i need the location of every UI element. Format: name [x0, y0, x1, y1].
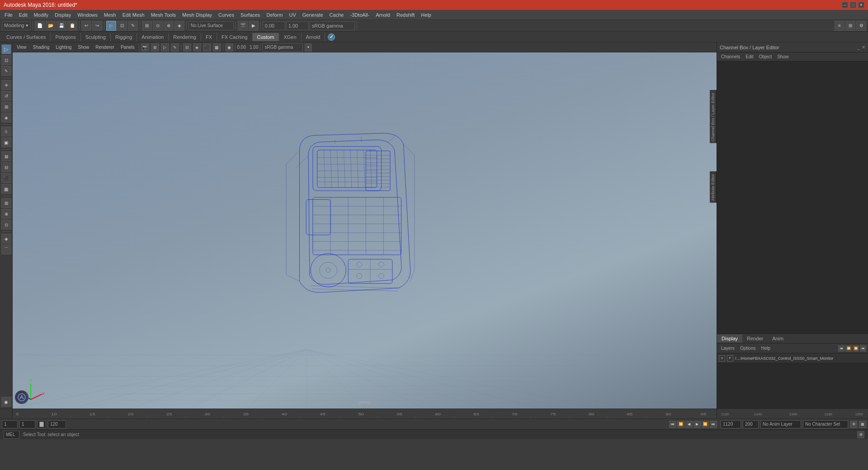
close-button[interactable]: ✕: [858, 2, 864, 8]
menu-generate[interactable]: Generate: [300, 11, 326, 19]
vp-paint-btn[interactable]: ✎: [171, 43, 179, 52]
select-mode-btn[interactable]: ▷: [106, 21, 116, 31]
character-set-dropdown[interactable]: No Character Set: [803, 420, 848, 428]
tab-rigging[interactable]: Rigging: [111, 33, 137, 41]
shaded-btn[interactable]: ⬛: [1, 173, 11, 183]
menu-surfaces[interactable]: Surfaces: [238, 11, 263, 19]
go-to-end-btn[interactable]: ⏭: [710, 421, 717, 428]
show-manip-btn[interactable]: ▣: [1, 137, 11, 147]
layers-icon1[interactable]: ⏮: [838, 345, 844, 352]
layers-icon4[interactable]: ⏭: [860, 345, 866, 352]
frame-start-field[interactable]: 1: [2, 420, 18, 428]
render-tab[interactable]: Render: [742, 334, 768, 343]
panel-close-btn[interactable]: ✕: [862, 45, 865, 50]
lasso-mode-btn[interactable]: ⊡: [117, 21, 127, 31]
snap-curve-btn[interactable]: ⊙: [153, 21, 163, 31]
vp-shaded2-btn[interactable]: ⬛: [203, 43, 211, 52]
image-plane-btn[interactable]: ◈: [1, 234, 11, 244]
time-end-field[interactable]: 200: [743, 420, 759, 428]
mel-mode-label[interactable]: MEL: [4, 431, 19, 439]
open-file-btn[interactable]: 📂: [46, 21, 56, 31]
camera-orbit-btn[interactable]: ⊙: [1, 220, 11, 230]
snap-grid-btn[interactable]: ⊞: [142, 21, 152, 31]
display-tab[interactable]: Display: [717, 334, 742, 343]
curve-tool-btn[interactable]: ⌒: [1, 244, 11, 254]
minimize-button[interactable]: ─: [842, 2, 848, 8]
anim-prefs-btn[interactable]: ▦: [859, 421, 866, 428]
lasso-tool-btn[interactable]: ⊡: [1, 55, 11, 65]
paint-select-tool-btn[interactable]: ✎: [1, 66, 11, 76]
timeline-ruler[interactable]: 5 10 15 20 25 30 35 40 45 50 55 60 65 70…: [0, 409, 868, 418]
menu-cache[interactable]: Cache: [327, 11, 347, 19]
vp-wireframe-btn[interactable]: ⊟: [183, 43, 191, 52]
channel-box-sidebar-tab[interactable]: Channel Box / Layer Editor: [710, 90, 717, 143]
save-file-btn[interactable]: 💾: [57, 21, 66, 31]
prev-frame-btn[interactable]: ⏪: [677, 421, 684, 428]
redo-btn[interactable]: ↪: [92, 21, 102, 31]
vp-view-menu[interactable]: View: [14, 44, 29, 51]
play-fwd-btn[interactable]: ▶: [693, 421, 701, 428]
menu-deform[interactable]: Deform: [264, 11, 285, 19]
layers-menu-item[interactable]: Layers: [719, 345, 737, 352]
universal-manip-btn[interactable]: ◈: [1, 113, 11, 122]
anim-layer-dropdown[interactable]: No Anim Layer: [760, 420, 801, 428]
layer-reference-checkbox[interactable]: P: [727, 355, 733, 362]
new-file-btn[interactable]: 📄: [35, 21, 45, 31]
save-as-btn[interactable]: 📋: [67, 21, 77, 31]
menu-modify[interactable]: Modify: [31, 11, 51, 19]
value2-field[interactable]: 1.00: [286, 21, 309, 30]
help-menu-item[interactable]: Help: [759, 345, 773, 352]
edit-tab[interactable]: Edit: [743, 53, 755, 60]
vp-camera-btn[interactable]: 📷: [141, 43, 149, 52]
menu-curves[interactable]: Curves: [216, 11, 237, 19]
show-tab[interactable]: Show: [775, 53, 791, 60]
vp-shading-menu[interactable]: Shading: [31, 44, 52, 51]
tab-custom[interactable]: Custom: [253, 33, 279, 41]
snap-to-grid-btn[interactable]: ⊞: [1, 198, 11, 208]
value1-field[interactable]: 0.00: [263, 21, 285, 30]
select-tool-btn[interactable]: ▷: [1, 44, 11, 54]
vp-fit-btn[interactable]: ⊞: [151, 43, 159, 52]
vp-select-btn[interactable]: ▷: [161, 43, 169, 52]
channels-tab[interactable]: Channels: [719, 53, 742, 60]
vp-show-menu[interactable]: Show: [75, 44, 91, 51]
play-back-btn[interactable]: ◀: [685, 421, 693, 428]
menu-windows[interactable]: Windows: [75, 11, 100, 19]
channel-box-toggle[interactable]: ≡: [835, 21, 844, 31]
lt-bottom-icon[interactable]: ◉: [1, 397, 11, 407]
mode-dropdown[interactable]: Modeling ▾: [2, 21, 31, 30]
object-tab[interactable]: Object: [757, 53, 774, 60]
options-menu-item[interactable]: Options: [738, 345, 758, 352]
menu-edit-mesh[interactable]: Edit Mesh: [120, 11, 147, 19]
vp-gamma-label[interactable]: sRGB gamma: [262, 43, 303, 52]
grid-view-btn[interactable]: ⊠: [1, 151, 11, 161]
maximize-button[interactable]: □: [850, 2, 856, 8]
menu-3dtoall[interactable]: -3DtoAll-: [347, 11, 372, 19]
current-frame-field[interactable]: 1: [19, 420, 35, 428]
textured-btn[interactable]: ▦: [1, 184, 11, 194]
auto-key-btn[interactable]: ⚙: [850, 421, 857, 428]
layer-item[interactable]: V P /...:iHomeFBXASC032_Control_iSSS0_Sm…: [717, 353, 868, 363]
render-region-btn[interactable]: ⊕: [1, 209, 11, 219]
tab-fx-caching[interactable]: FX Caching: [217, 33, 252, 41]
3d-viewport[interactable]: persp Y X Z: [13, 52, 717, 409]
menu-uv[interactable]: UV: [286, 11, 298, 19]
wireframe-btn[interactable]: ⊟: [1, 162, 11, 172]
tab-sculpting[interactable]: Sculpting: [81, 33, 111, 41]
window-controls[interactable]: ─ □ ✕: [842, 2, 864, 8]
ipr-btn[interactable]: ▶: [249, 21, 259, 31]
menu-file[interactable]: File: [2, 11, 15, 19]
vp-panels-menu[interactable]: Panels: [118, 44, 137, 51]
render-btn[interactable]: 🎬: [238, 21, 248, 31]
vp-smooth-btn[interactable]: ◈: [193, 43, 201, 52]
snap-point-btn[interactable]: ⊕: [164, 21, 174, 31]
tab-curves-surfaces[interactable]: Curves / Surfaces: [2, 33, 51, 41]
tab-animation[interactable]: Animation: [137, 33, 169, 41]
menu-display[interactable]: Display: [52, 11, 74, 19]
tab-arnold[interactable]: Arnold: [302, 33, 326, 41]
frame-end-value[interactable]: 120: [48, 420, 66, 428]
snap-surface-btn[interactable]: ◈: [175, 21, 184, 31]
gamma-label[interactable]: sRGB gamma: [310, 21, 355, 30]
menu-mesh-tools[interactable]: Mesh Tools: [148, 11, 179, 19]
timeline-ticks[interactable]: 5 10 15 20 25 30 35 40 45 50 55 60 65 70…: [13, 409, 717, 418]
